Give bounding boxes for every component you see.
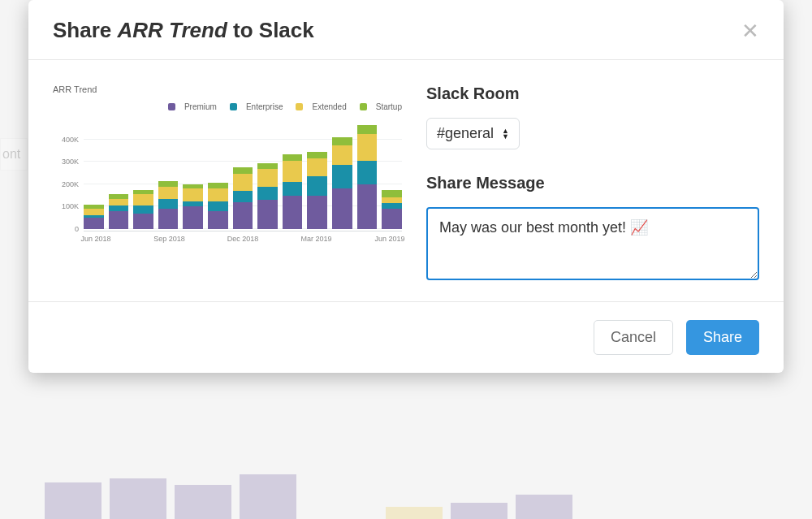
bar-column [208,183,228,229]
bar-segment [257,187,278,201]
bar-segment [307,196,327,229]
modal-footer: Cancel Share [28,302,784,373]
chart-title: ARR Trend [53,84,402,94]
legend-swatch-icon [296,103,303,110]
legend-label: Premium [184,102,217,111]
y-tick-label: 100K [62,202,79,210]
share-form: Slack Room #general ▲▼ Share Message [426,84,759,280]
x-tick-label: Jun 2019 [374,235,404,243]
bar-segment [382,203,402,209]
bar-segment [183,206,203,229]
bar-segment [183,201,203,207]
bar-segment [183,188,203,201]
title-prefix: Share [53,18,118,42]
bar-column [283,154,303,229]
bar-segment [233,167,253,174]
bar-column [84,205,104,229]
slack-room-label: Slack Room [426,84,759,103]
modal-title: Share ARR Trend to Slack [53,18,314,43]
bar-segment [283,154,303,161]
slack-room-select[interactable]: #general ▲▼ [426,118,520,149]
legend-item: Premium [162,102,217,111]
y-tick-label: 200K [62,180,79,188]
bar-segment [307,176,327,195]
bar-column [133,190,153,229]
bar-segment [257,169,278,187]
bar-segment [357,125,378,134]
chart-plot [84,117,402,229]
bar-segment [332,165,352,188]
title-suffix: to Slack [227,18,314,42]
legend-label: Enterprise [246,102,283,111]
bar-segment [257,163,278,169]
bar-segment [109,211,129,229]
chart-legend: PremiumEnterpriseExtendedStartup [53,102,402,112]
bar-column [357,125,378,229]
x-axis: Jun 2018Sep 2018Dec 2018Mar 2019Jun 2019 [84,231,402,247]
bar-segment [332,145,352,166]
bar-segment [382,209,402,229]
bar-column [257,163,278,229]
legend-item: Startup [353,102,402,111]
bar-segment [257,200,278,229]
bar-column [233,167,253,229]
x-tick-label: Dec 2018 [227,235,259,243]
bar-segment [382,197,402,203]
bar-segment [332,188,352,229]
chart-area: 0100K200K300K400K Jun 2018Sep 2018Dec 20… [53,117,402,247]
share-message-input[interactable] [426,207,759,280]
bar-segment [109,205,129,211]
chart-preview: ARR Trend PremiumEnterpriseExtendedStart… [53,84,402,280]
bar-segment [158,181,179,187]
legend-swatch-icon [230,103,237,110]
bar-column [183,184,203,229]
bar-segment [208,183,228,188]
bar-segment [208,201,228,211]
bar-column [382,190,402,229]
close-icon[interactable]: ✕ [741,20,759,41]
bar-segment [109,199,129,205]
bar-segment [233,202,253,229]
bar-segment [283,182,303,196]
bar-segment [357,184,378,229]
bar-segment [357,161,378,184]
legend-label: Startup [376,102,402,111]
title-emphasis: ARR Trend [118,18,227,42]
select-caret-icon: ▲▼ [502,128,509,140]
bar-segment [208,188,228,201]
bar-segment [84,218,104,229]
bar-segment [332,137,352,145]
share-button[interactable]: Share [686,320,759,355]
bar-segment [283,196,303,229]
modal-header: Share ARR Trend to Slack ✕ [28,0,784,60]
slack-room-selected-value: #general [437,125,494,142]
share-message-label: Share Message [426,174,759,192]
bar-segment [158,187,179,199]
x-tick-label: Sep 2018 [153,235,185,243]
cancel-button[interactable]: Cancel [594,320,673,355]
bar-segment [133,194,153,205]
legend-item: Enterprise [223,102,283,111]
bar-segment [158,199,179,209]
bar-column [109,194,129,229]
y-tick-label: 400K [62,136,79,144]
bar-column [158,181,179,229]
bar-segment [382,190,402,198]
legend-label: Extended [312,102,346,111]
legend-swatch-icon [168,103,175,110]
x-tick-label: Jun 2018 [81,235,111,243]
bar-column [332,137,352,229]
bar-segment [307,158,327,176]
bar-segment [208,211,228,229]
bar-segment [357,134,378,161]
y-tick-label: 300K [62,158,79,166]
bar-segment [233,174,253,191]
bar-segment [84,209,104,215]
bar-segment [307,152,327,158]
bar-segment [133,214,153,229]
legend-item: Extended [289,102,346,111]
bar-segment [133,205,153,214]
bar-segment [283,161,303,182]
share-to-slack-modal: Share ARR Trend to Slack ✕ ARR Trend Pre… [28,0,784,373]
bar-column [307,152,327,229]
